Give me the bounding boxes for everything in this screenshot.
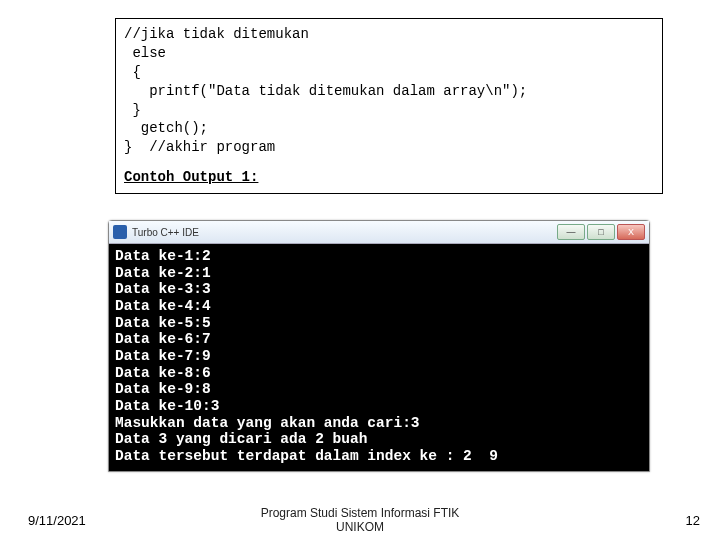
- console-line: Data tersebut terdapat dalam index ke : …: [115, 448, 498, 464]
- footer-line1: Program Studi Sistem Informasi FTIK: [261, 507, 460, 520]
- output-label: Contoh Output 1:: [124, 169, 654, 185]
- console-line: Data ke-2:1: [115, 265, 211, 281]
- titlebar: Turbo C++ IDE — □ X: [109, 221, 649, 244]
- footer-line2: UNIKOM: [336, 520, 384, 534]
- console-line: Data 3 yang dicari ada 2 buah: [115, 431, 367, 447]
- code-line: printf("Data tidak ditemukan dalam array…: [124, 83, 527, 99]
- code-line: {: [124, 64, 141, 80]
- slide-date: 9/11/2021: [28, 513, 86, 528]
- console-window: Turbo C++ IDE — □ X Data ke-1:2 Data ke-…: [108, 220, 650, 472]
- code-line: else: [124, 45, 166, 61]
- slide: //jika tidak ditemukan else { printf("Da…: [0, 0, 720, 540]
- slide-number: 12: [686, 513, 700, 528]
- close-button[interactable]: X: [617, 224, 645, 240]
- console-line: Data ke-1:2: [115, 248, 211, 264]
- console-line: Data ke-5:5: [115, 315, 211, 331]
- code-line: } //akhir program: [124, 139, 275, 155]
- code-line: }: [124, 102, 141, 118]
- console-line: Data ke-8:6: [115, 365, 211, 381]
- console-output: Data ke-1:2 Data ke-2:1 Data ke-3:3 Data…: [109, 244, 649, 471]
- code-block: //jika tidak ditemukan else { printf("Da…: [124, 25, 654, 157]
- console-line: Data ke-4:4: [115, 298, 211, 314]
- console-line: Data ke-3:3: [115, 281, 211, 297]
- console-line: Masukkan data yang akan anda cari:3: [115, 415, 420, 431]
- code-line: //jika tidak ditemukan: [124, 26, 309, 42]
- code-box: //jika tidak ditemukan else { printf("Da…: [115, 18, 663, 194]
- footer-center: Program Studi Sistem Informasi FTIK UNIK…: [0, 507, 720, 533]
- code-line: getch();: [124, 120, 208, 136]
- maximize-button[interactable]: □: [587, 224, 615, 240]
- console-line: Data ke-7:9: [115, 348, 211, 364]
- window-title: Turbo C++ IDE: [132, 227, 555, 238]
- app-icon: [113, 225, 127, 239]
- footer: 9/11/2021 Program Studi Sistem Informasi…: [0, 513, 720, 528]
- console-line: Data ke-6:7: [115, 331, 211, 347]
- console-line: Data ke-9:8: [115, 381, 211, 397]
- console-line: Data ke-10:3: [115, 398, 219, 414]
- minimize-button[interactable]: —: [557, 224, 585, 240]
